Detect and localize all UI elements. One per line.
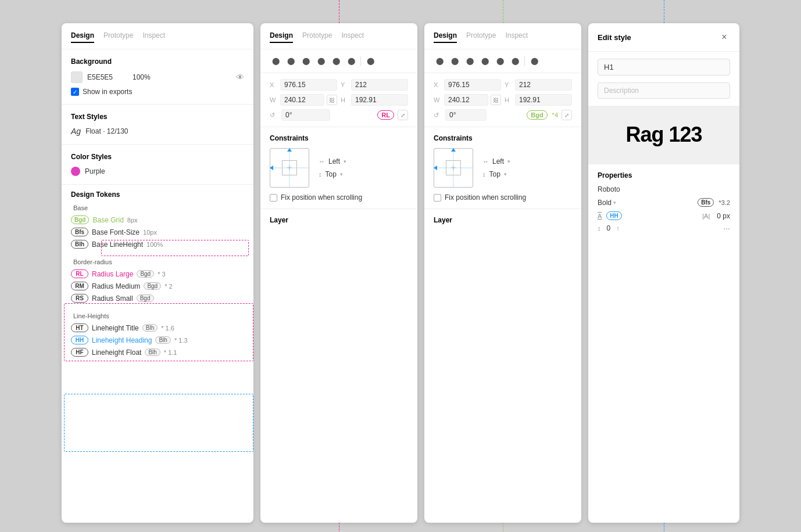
pink-line-top-1	[339, 0, 340, 23]
constraints-body-1: + ↔ Left ▾ ↕ Top ▾	[270, 148, 408, 188]
align-bottom-icon[interactable]: ⬤	[345, 55, 357, 67]
cbox-anchor-top-2	[451, 148, 456, 152]
constraint-h-arrow-1: ▾	[344, 159, 346, 164]
bg-color-swatch[interactable]	[71, 71, 83, 83]
green-line-bottom-2	[503, 523, 504, 532]
align-top-icon[interactable]: ⬤	[315, 55, 327, 67]
tab-inspect-1[interactable]: Inspect	[341, 31, 364, 43]
font-weight-dropdown[interactable]: Bold ▾	[598, 199, 616, 207]
bfs-badge[interactable]: Bfs	[698, 198, 714, 207]
show-exports-row: Show in exports	[71, 88, 244, 96]
font-weight-value: Bold	[598, 199, 612, 207]
design-tokens-title: Design Tokens	[71, 190, 244, 199]
fix-scroll-checkbox-2[interactable]	[434, 194, 441, 202]
color-style-name: Purple	[85, 167, 105, 175]
tab-design[interactable]: Design	[71, 31, 94, 43]
field-x-value-2[interactable]: 976.15	[444, 79, 501, 91]
tab-proto-2[interactable]: Prototype	[466, 31, 496, 43]
constraint-v-row-2[interactable]: ↕ Top ▾	[482, 170, 510, 178]
more-options-button[interactable]: ···	[723, 224, 730, 233]
hh-badge[interactable]: HH	[606, 211, 621, 220]
field-h-value-2[interactable]: 192.91	[515, 94, 572, 106]
field-y-value[interactable]: 212	[351, 79, 408, 91]
rot-value-2[interactable]: 0°	[445, 109, 487, 121]
constraint-v-row-1[interactable]: ↕ Top ▾	[319, 170, 346, 178]
field-w: W 240.12 ⛓	[270, 94, 337, 106]
line-height-value: 0	[607, 224, 611, 232]
middle-panel-1: Design Prototype Inspect ⬤ ⬤ ⬤ ⬤ ⬤ ⬤ ⬤ X…	[260, 23, 417, 523]
blue-line-top	[664, 0, 665, 23]
align-center-icon[interactable]: ⬤	[285, 55, 296, 67]
fix-scroll-checkbox-1[interactable]	[270, 194, 277, 202]
tab-design-2[interactable]: Design	[434, 31, 457, 43]
style-desc-input[interactable]: Description	[598, 82, 730, 99]
props-title: Properties	[598, 171, 730, 179]
text-styles-title: Text Styles	[71, 113, 244, 121]
color-style-row[interactable]: Purple	[71, 167, 244, 176]
close-button[interactable]: ×	[718, 31, 730, 43]
token-lh-heading[interactable]: HH Lineheight Heading Blh * 1.3	[71, 334, 244, 346]
green-line-top-2	[503, 0, 504, 23]
eye-icon[interactable]: 👁	[236, 73, 244, 82]
bgd-badge-2[interactable]: Bgd	[527, 110, 547, 120]
text-style-row[interactable]: Ag Float · 12/130	[71, 127, 244, 136]
align-left-icon[interactable]: ⬤	[270, 55, 281, 67]
show-exports-checkbox[interactable]	[71, 88, 79, 96]
distribute-icon-2[interactable]: ⬤	[528, 55, 540, 67]
tab-prototype[interactable]: Prototype	[103, 31, 133, 43]
style-name-input[interactable]: H1	[598, 59, 730, 76]
align-toolbar-1: ⬤ ⬤ ⬤ ⬤ ⬤ ⬤ ⬤	[260, 49, 417, 73]
align-top-icon-2[interactable]: ⬤	[479, 55, 491, 67]
token-base-fontsize[interactable]: Bfs Base Font-Size 10px	[71, 226, 244, 238]
align-vcenter-icon-2[interactable]: ⬤	[494, 55, 506, 67]
token-value-blh: 100%	[146, 241, 163, 248]
chain-icon-1[interactable]: ⛓	[327, 95, 337, 105]
tab-inspect-2[interactable]: Inspect	[505, 31, 528, 43]
token-group-base: Base	[71, 204, 244, 211]
token-ref-bgd-2: Bgd	[144, 282, 161, 290]
rot-label-1: ↺	[270, 112, 278, 119]
align-toolbar-2: ⬤ ⬤ ⬤ ⬤ ⬤ ⬤ ⬤	[424, 49, 581, 73]
bgd-multiplier-2: *4	[552, 112, 558, 118]
expand-icon-2[interactable]: ⤢	[562, 110, 572, 120]
token-lh-title[interactable]: HT Lineheight Title Blh * 1.6	[71, 322, 244, 334]
tab-proto-1[interactable]: Prototype	[302, 31, 332, 43]
constraint-h-row-1[interactable]: ↔ Left ▾	[319, 157, 346, 166]
align-left-icon-2[interactable]: ⬤	[434, 55, 445, 67]
field-w-value[interactable]: 240.12	[280, 94, 324, 106]
expand-icon-1[interactable]: ⤢	[398, 110, 408, 120]
align-vcenter-icon[interactable]: ⬤	[330, 55, 342, 67]
align-bottom-icon-2[interactable]: ⬤	[509, 55, 521, 67]
constraint-h-row-2[interactable]: ↔ Left ▾	[482, 157, 510, 166]
field-w-value-2[interactable]: 240.12	[444, 94, 488, 106]
token-radius-medium[interactable]: RM Radius Medium Bgd * 2	[71, 280, 244, 292]
pink-line-bottom-1	[339, 523, 340, 532]
background-row: E5E5E5 100% 👁	[71, 71, 244, 83]
field-x-value[interactable]: 976.15	[280, 79, 337, 91]
left-panel: Design Prototype Inspect Background E5E5…	[62, 23, 253, 523]
style-preview: Rag 123	[588, 106, 739, 164]
token-radius-small[interactable]: RS Radius Small Bgd	[71, 292, 244, 304]
distribute-icon[interactable]: ⬤	[364, 55, 376, 67]
align-divider	[360, 56, 361, 66]
tab-inspect[interactable]: Inspect	[142, 31, 165, 43]
rot-value-1[interactable]: 0°	[281, 109, 330, 121]
letter-spacing-value: 0 px	[717, 212, 730, 220]
align-right-icon-2[interactable]: ⬤	[464, 55, 475, 67]
align-divider-2	[524, 56, 525, 66]
constraints-title-1: Constraints	[270, 134, 408, 142]
align-right-icon[interactable]: ⬤	[300, 55, 312, 67]
constraint-h-value-1: Left	[328, 157, 340, 166]
tab-design-1[interactable]: Design	[270, 31, 293, 43]
token-base-grid[interactable]: Bgd Base Grid 8px	[71, 214, 244, 226]
token-badge-bgd: Bgd	[71, 215, 89, 224]
chain-icon-2[interactable]: ⛓	[491, 95, 501, 105]
token-radius-large[interactable]: RL Radius Large Bgd * 3	[71, 268, 244, 280]
field-h-value[interactable]: 192.91	[351, 94, 408, 106]
token-badge-blh: Blh	[71, 240, 88, 249]
token-base-lineheight[interactable]: Blh Base LineHeight 100%	[71, 238, 244, 250]
rl-badge-1[interactable]: RL	[377, 110, 394, 120]
align-center-icon-2[interactable]: ⬤	[449, 55, 460, 67]
field-y-value-2[interactable]: 212	[515, 79, 572, 91]
token-lh-float[interactable]: HF Lineheight Float Blh * 1.1	[71, 346, 244, 358]
